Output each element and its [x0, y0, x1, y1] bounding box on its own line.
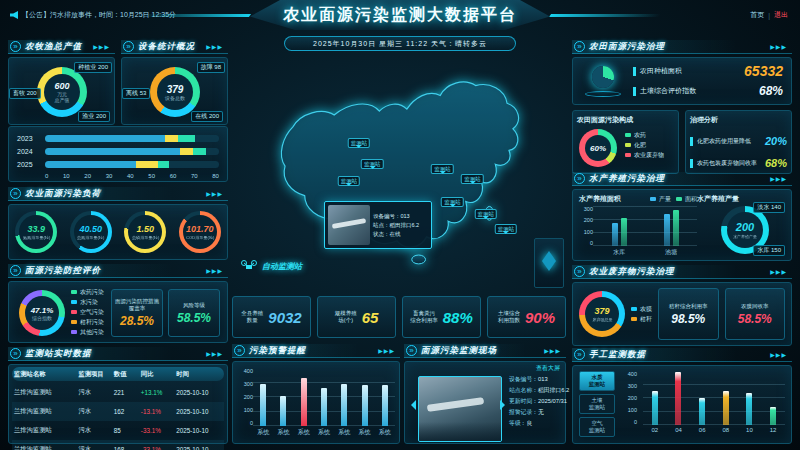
farmland-legend: 农药化肥农业废弃物 — [625, 130, 664, 160]
monitoring-video[interactable] — [418, 376, 502, 442]
map-3d-inset — [534, 238, 564, 288]
station-popup[interactable]: 设备编号：013站点：稻田排口6.2状态：在线 — [324, 201, 432, 249]
table-row[interactable]: 兰排沟监测站污水162-13.1%2025-10-10 — [12, 402, 224, 421]
manual-filter-button[interactable]: 水质监测站 — [579, 371, 615, 391]
logout-link[interactable]: 退出 — [774, 10, 788, 20]
bar — [664, 214, 670, 246]
table-row[interactable]: 兰排沟监测站污水85-33.1%2025-10-10 — [12, 421, 224, 440]
bar — [770, 407, 776, 425]
home-link[interactable]: 首页 — [750, 10, 764, 20]
gauge-label: COD排放量(吨) — [186, 235, 214, 240]
bar — [746, 393, 752, 425]
info-key: 报警记录： — [509, 409, 538, 415]
donut-center: 600 万元 总产值 — [37, 67, 87, 117]
panel-header: 农业废弃物污染治理 — [572, 265, 792, 279]
table-cell: 兰排沟监测站 — [14, 407, 78, 416]
donut-sub: 水产养殖产量 — [733, 234, 757, 239]
gauge-value: 33.9 — [27, 224, 45, 234]
legend-item: 面积 — [676, 194, 697, 204]
bar — [321, 388, 327, 426]
legend-swatch — [676, 197, 682, 201]
table-cell: -33.1% — [141, 427, 176, 434]
map-marker[interactable]: 监测站 — [475, 209, 498, 219]
label-line: 规模养殖 — [335, 310, 357, 317]
donut-center: 379 设备总数 — [150, 67, 200, 117]
dashboard: 【公告】污水排放事件，时间：10月25日 12:35分 农业面源污染监测大数据平… — [0, 0, 800, 450]
legend-item: 农药 — [625, 130, 664, 140]
manual-filter-button[interactable]: 空气监测站 — [579, 417, 615, 437]
yearly-row: 2023 — [17, 132, 219, 145]
map-marker[interactable]: 监测站 — [431, 164, 454, 174]
info-value: 013 — [538, 376, 548, 382]
popup-line: 站点：稻田排口6.2 — [373, 222, 419, 229]
stat-box: 秸秆综合利用率98.5% — [658, 288, 719, 340]
panel-title: 面源污染监测现场 — [421, 345, 497, 357]
warning-chart-card: 4003002001000 系统系统系统系统系统系统系统 — [232, 361, 400, 444]
yearly-row: 2025 — [17, 158, 219, 171]
waste-stats: 秸秆综合利用率98.5%农膜回收率58.5% — [658, 288, 785, 340]
summary-stat-box: 畜禽粪污综合利用率88% — [402, 296, 481, 338]
chevron-circle-icon — [10, 348, 21, 359]
axis-tick: 20 — [84, 173, 91, 179]
kpi-label: 土壤综合评价指数 — [640, 86, 696, 96]
device-label: 在线 200 — [191, 111, 223, 122]
manual-filter-button[interactable]: 土壤监测站 — [579, 394, 615, 414]
donut-value: 600 — [54, 81, 69, 91]
table-cell: -33.1% — [141, 446, 176, 450]
donut-sub: 总产值 — [55, 97, 70, 103]
device-donut-chart: 379 设备总数 — [150, 67, 200, 117]
info-value: 稻田排口6.2 — [538, 387, 569, 393]
output-label: 种植业 200 — [74, 62, 112, 73]
stat-label: 农膜回收率 — [741, 303, 769, 310]
table-cell: +13.1% — [141, 389, 176, 396]
stat-label: 风险等级 — [183, 302, 205, 309]
panel-header: 面源污染监测现场 — [404, 344, 566, 358]
year-track — [45, 135, 219, 142]
year-segment — [193, 148, 206, 155]
panel-header: 农田面源污染治理 — [572, 40, 792, 54]
panel-farmland: 农田面源污染治理 农田种植面积65332土壤综合评价指数68% 农田面源污染构成… — [572, 40, 792, 174]
evaluation-legend: 农药污染水污染空气污染秸秆污染其他污染 — [71, 287, 104, 337]
map-marker[interactable]: 监测站 — [361, 159, 384, 169]
page-title: 农业面源污染监测大数据平台 — [283, 5, 517, 26]
aqua-production: 水产养殖产量 200 水产养殖产量 淡水 140 水库 150 — [697, 194, 785, 256]
prev-arrow[interactable] — [406, 400, 416, 410]
donut-center: 379 废弃物总量 — [579, 291, 625, 337]
x-tick: 02 — [651, 427, 658, 433]
warning-y-axis: 4003002001000 — [237, 368, 253, 426]
map-marker[interactable]: 监测站 — [461, 174, 484, 184]
panel-title: 农业面源污染负荷 — [25, 188, 101, 200]
yearly-row: 2024 — [17, 145, 219, 158]
bar — [699, 398, 705, 425]
popup-line: 状态：在线 — [373, 231, 419, 238]
map-marker[interactable]: 监测站 — [441, 197, 464, 207]
kpi-value: 65332 — [744, 63, 783, 79]
table-row[interactable]: 兰排沟监测站污水168-33.1%2025-10-10 — [12, 440, 224, 450]
auto-station-label: 自动监测站 — [262, 261, 302, 272]
hologram-icon — [581, 66, 625, 97]
farmland-kpi-row: 农田种植面积65332 — [633, 61, 783, 81]
table-header-cell: 同比 — [141, 370, 176, 379]
fullscreen-link[interactable]: 查看大屏 — [536, 364, 560, 373]
map-marker[interactable]: 监测站 — [338, 176, 361, 186]
x-tick: 系统 — [338, 428, 350, 437]
panel-title: 设备统计概况 — [138, 41, 195, 53]
gauge-value: 101.70 — [186, 224, 214, 234]
legend-item: 水污染 — [71, 297, 104, 307]
summary-label: 土壤综合利用指数 — [498, 310, 520, 324]
panel-header: 农牧渔总产值 — [8, 40, 115, 54]
summary-label: 规模养殖场(个) — [335, 310, 357, 324]
map-marker[interactable]: 监测站 — [348, 138, 371, 148]
evaluation-card: 47.1% 综合指数 农药污染水污染空气污染秸秆污染其他污染 面源污染防控措施覆… — [8, 281, 228, 343]
year-label: 2024 — [17, 148, 41, 155]
gauge-center: 101.70COD排放量(吨) — [179, 211, 221, 253]
y-tick: 0 — [237, 420, 253, 426]
chevron-circle-icon — [123, 41, 134, 52]
legend-swatch — [71, 330, 77, 334]
panel-manual: 手工监测数据 水质监测站土壤监测站空气监测站 4003002001000 020… — [572, 348, 792, 444]
summary-stat-box: 规模养殖场(个)65 — [317, 296, 396, 338]
gauge-label: 总氮排放量(吨) — [77, 235, 104, 240]
table-row[interactable]: 兰排沟监测站污水221+13.1%2025-10-10 — [12, 383, 224, 402]
map-marker[interactable]: 监测站 — [495, 224, 518, 234]
load-gauge: 101.70COD排放量(吨) — [179, 211, 221, 253]
